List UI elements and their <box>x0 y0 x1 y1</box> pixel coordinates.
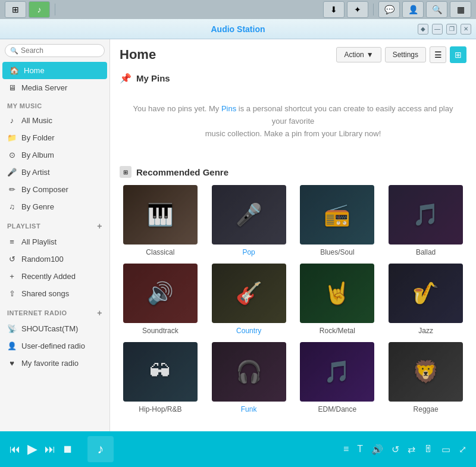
sys-right-icons: ⬇ ✦ 💬 👤 🔍 ▦ <box>323 1 471 18</box>
sidebar-item-by-album[interactable]: ⊙ By Album <box>0 146 109 164</box>
minimize-btn[interactable]: — <box>432 24 443 35</box>
genre-icon-edm/dance: 🎵 <box>324 359 350 384</box>
genre-icon-blues/soul: 📻 <box>324 202 350 227</box>
genre-item-country[interactable]: 🎸Country <box>208 264 290 335</box>
genre-section-title: Recommended Genre <box>136 167 228 177</box>
stop-btn[interactable]: ⏹ <box>62 443 73 456</box>
sidebar-item-recently-added[interactable]: + Recently Added <box>0 268 109 285</box>
app-title: Audio Station <box>211 24 265 34</box>
genre-item-ballad[interactable]: 🎵Ballad <box>385 185 466 256</box>
player-right-controls: ≡ T 🔊 ↺ ⇄ 🎚 ▭ ⤢ <box>343 444 466 455</box>
pins-placeholder: You have no pins yet. My Pins is a perso… <box>120 91 466 152</box>
pin-btn[interactable]: ◆ <box>418 24 428 35</box>
radio-add-btn[interactable]: + <box>97 308 102 318</box>
genre-icon-soundtrack: 🔊 <box>147 281 174 306</box>
genre-item-blues-soul[interactable]: 📻Blues/Soul <box>297 185 378 256</box>
genre-grid: 🎹Classical🎤Pop📻Blues/Soul🎵Ballad🔊Soundtr… <box>120 185 466 413</box>
download-icon-btn[interactable]: ⬇ <box>323 1 345 18</box>
lyrics-btn[interactable]: T <box>357 444 363 455</box>
radio-section-label: INTERNET RADIO + <box>0 302 109 320</box>
sidebar-home-label: Home <box>24 66 45 75</box>
genre-item-soundtrack[interactable]: 🔊Soundtrack <box>120 264 201 335</box>
genre-item-funk[interactable]: 🎧Funk <box>208 342 290 413</box>
sidebar-item-by-genre[interactable]: ♫ By Genre <box>0 198 109 215</box>
genre-icon-reggae: 🦁 <box>412 359 439 384</box>
action-chevron-icon: ▼ <box>367 51 374 59</box>
genre-section: ⊞ Recommended Genre 🎹Classical🎤Pop📻Blues… <box>110 161 476 418</box>
by-folder-label: By Folder <box>21 133 55 142</box>
sidebar-item-by-folder[interactable]: 📁 By Folder <box>0 129 109 146</box>
next-btn[interactable]: ⏭ <box>45 443 55 456</box>
window-controls: ◆ — ❐ ✕ <box>418 24 471 35</box>
genre-item-jazz[interactable]: 🎷Jazz <box>385 264 466 335</box>
sidebar-item-fav-radio[interactable]: ♥ My favorite radio <box>0 355 109 372</box>
genre-label: EDM/Dance <box>318 405 357 413</box>
page-title: Home <box>120 47 156 62</box>
sidebar-item-home[interactable]: 🏠 Home <box>2 62 107 79</box>
genre-label: Reggae <box>414 405 439 413</box>
playlist-add-btn[interactable]: + <box>97 221 102 231</box>
sidebar-item-all-playlist[interactable]: ≡ All Playlist <box>0 233 109 250</box>
genre-label: Funk <box>241 405 257 413</box>
random-icon: ↺ <box>7 255 17 264</box>
genre-section-icon: ⊞ <box>120 166 131 178</box>
app-window: Audio Station ◆ — ❐ ✕ 🔍 🏠 Home 🖥 Med <box>0 19 476 467</box>
sidebar-item-user-radio[interactable]: 👤 User-defined radio <box>0 337 109 355</box>
shuffle-btn[interactable]: ⇄ <box>408 444 415 455</box>
sidebar-item-random100[interactable]: ↺ Random100 <box>0 250 109 268</box>
genre-item-classical[interactable]: 🎹Classical <box>120 185 201 256</box>
search-icon: 🔍 <box>10 47 18 55</box>
sidebar-item-by-composer[interactable]: ✏ By Composer <box>0 181 109 198</box>
composer-icon: ✏ <box>7 185 17 194</box>
pins-title: My Pins <box>136 73 170 83</box>
album-art: ♪ <box>87 436 114 462</box>
chat-icon-btn[interactable]: 💬 <box>378 1 400 18</box>
apps-icon-btn[interactable]: ⊞ <box>5 1 26 18</box>
user-icon-btn[interactable]: 👤 <box>402 1 424 18</box>
action-dropdown-btn[interactable]: Action ▼ <box>336 47 381 62</box>
list-view-btn[interactable]: ☰ <box>430 46 446 63</box>
sidebar-item-shoutcast[interactable]: 📡 SHOUTcast(TM) <box>0 320 109 337</box>
genre-item-hip-hop-r-b[interactable]: 🕶Hip-Hop/R&B <box>120 342 201 413</box>
volume-btn[interactable]: 🔊 <box>371 444 383 455</box>
genre-icon-jazz: 🎷 <box>412 281 439 306</box>
playlist-section-label: PLAYLIST + <box>0 215 109 233</box>
sidebar-item-media-server[interactable]: 🖥 Media Server <box>0 79 109 96</box>
queue-btn[interactable]: ≡ <box>343 444 349 455</box>
music-icon-btn[interactable]: ♪ <box>29 1 50 18</box>
repeat-btn[interactable]: ↺ <box>392 444 399 455</box>
genre-item-reggae[interactable]: 🦁Reggae <box>385 342 466 413</box>
prev-btn[interactable]: ⏮ <box>10 443 20 456</box>
genre-thumb: 🎵 <box>300 342 374 402</box>
fav-radio-icon: ♥ <box>7 359 17 368</box>
hub-icon-btn[interactable]: ✦ <box>347 1 368 18</box>
genre-item-edm-dance[interactable]: 🎵EDM/Dance <box>297 342 378 413</box>
sidebar-item-by-artist[interactable]: 🎤 By Artist <box>0 164 109 181</box>
shoutcast-icon: 📡 <box>7 324 17 333</box>
search-icon-btn[interactable]: 🔍 <box>426 1 447 18</box>
genre-label: Pop <box>242 248 255 256</box>
header-actions: Action ▼ Settings ☰ ⊞ <box>336 46 466 63</box>
settings-btn[interactable]: Settings <box>385 47 426 62</box>
fullscreen-btn[interactable]: ⤢ <box>459 444 466 455</box>
genre-icon-country: 🎸 <box>236 281 262 306</box>
search-wrap[interactable]: 🔍 <box>5 44 105 57</box>
grid-icon-btn[interactable]: ▦ <box>450 1 471 18</box>
maximize-btn[interactable]: ❐ <box>446 24 457 35</box>
search-input[interactable] <box>21 46 99 55</box>
by-artist-label: By Artist <box>21 168 50 177</box>
sidebar-item-shared-songs[interactable]: ⇧ Shared songs <box>0 285 109 302</box>
eq-btn[interactable]: 🎚 <box>424 444 433 455</box>
genre-item-rock-metal[interactable]: 🤘Rock/Metal <box>297 264 378 335</box>
grid-view-btn[interactable]: ⊞ <box>450 46 466 63</box>
miniplayer-btn[interactable]: ▭ <box>441 444 450 455</box>
play-btn[interactable]: ▶ <box>27 441 37 457</box>
folder-icon: 📁 <box>7 133 17 142</box>
genre-label: Jazz <box>418 327 433 335</box>
genre-item-pop[interactable]: 🎤Pop <box>208 185 290 256</box>
user-radio-icon: 👤 <box>7 341 17 350</box>
close-btn[interactable]: ✕ <box>461 24 471 35</box>
genre-icon-classical: 🎹 <box>147 202 174 227</box>
sys-divider2 <box>373 4 374 15</box>
sidebar-item-all-music[interactable]: ♪ All Music <box>0 112 109 129</box>
